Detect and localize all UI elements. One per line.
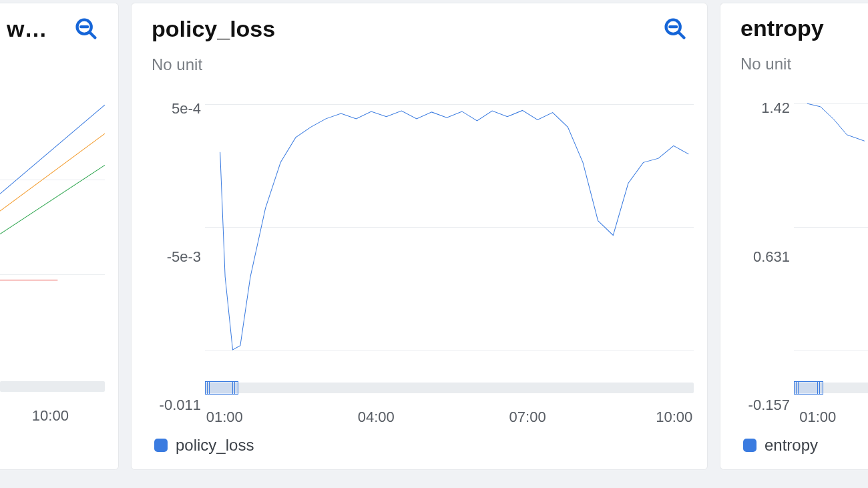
x-tick: 10:00 xyxy=(656,409,692,426)
chart-card-policy-loss: policy_loss No unit 5e-4 -5e-3 -0.011 xyxy=(131,3,708,470)
line-series xyxy=(794,80,868,373)
chart-plot: 10:00 xyxy=(0,85,112,432)
time-scrubber[interactable] xyxy=(794,383,868,393)
time-scrubber[interactable] xyxy=(0,381,105,392)
svg-line-4 xyxy=(679,33,684,38)
x-tick: 01:00 xyxy=(206,409,243,426)
line-series xyxy=(205,81,694,373)
x-tick: 04:00 xyxy=(358,409,395,426)
legend-swatch xyxy=(743,439,756,452)
legend-label: policy_loss xyxy=(176,436,254,455)
x-tick: 01:00 xyxy=(799,409,836,426)
x-axis: 01:00 xyxy=(794,397,868,433)
y-tick: 5e-4 xyxy=(172,100,201,117)
y-tick: 0.631 xyxy=(753,248,790,266)
chart-plot: 1.42 0.631 -0.157 01:00 xyxy=(727,80,868,433)
y-tick: -0.157 xyxy=(748,397,790,414)
plot-area[interactable] xyxy=(794,80,868,373)
dashboard-row: w… 1 xyxy=(0,0,868,470)
chart-card-entropy: entropy No unit 1.42 0.631 -0.157 xyxy=(720,3,868,470)
chart-subtitle: No unit xyxy=(720,41,868,73)
svg-line-1 xyxy=(90,33,95,38)
plot-area[interactable] xyxy=(205,81,694,373)
y-tick: -0.011 xyxy=(160,397,201,414)
line-series xyxy=(0,85,105,372)
chart-title: policy_loss xyxy=(152,16,275,42)
y-axis: 1.42 0.631 -0.157 xyxy=(727,80,794,433)
time-scrubber[interactable] xyxy=(205,383,694,393)
legend-swatch xyxy=(154,439,168,452)
chart-card-left: w… 1 xyxy=(0,3,119,470)
x-tick: 07:00 xyxy=(509,409,546,426)
chart-title: w… xyxy=(7,16,47,42)
x-axis: 01:00 04:00 07:00 10:00 xyxy=(205,397,694,433)
zoom-out-icon[interactable] xyxy=(662,15,688,42)
chart-plot: 5e-4 -5e-3 -0.011 01:00 04:00 07:00 xyxy=(138,81,700,433)
chart-legend: entropy xyxy=(720,433,868,469)
y-axis: 5e-4 -5e-3 -0.011 xyxy=(138,81,205,433)
legend-label: entropy xyxy=(765,436,818,455)
chart-subtitle: No unit xyxy=(132,42,707,74)
chart-legend: policy_loss xyxy=(132,433,707,469)
y-tick: 1.42 xyxy=(761,99,790,117)
y-tick: -5e-3 xyxy=(167,248,201,266)
x-tick: 10:00 xyxy=(32,407,69,425)
zoom-out-icon[interactable] xyxy=(73,15,99,42)
chart-title: entropy xyxy=(740,15,824,41)
